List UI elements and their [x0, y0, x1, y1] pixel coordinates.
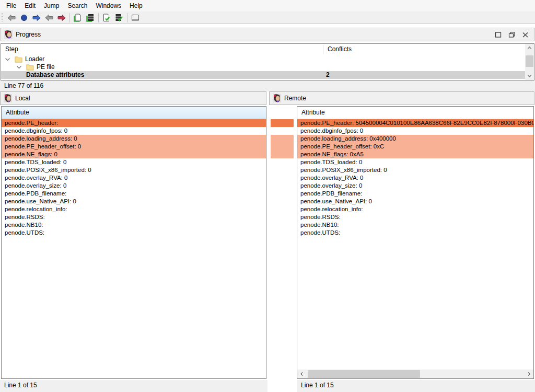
local-pane-title: Local [15, 95, 30, 102]
attribute-row[interactable]: penode.PE_header_offset: 0 [2, 143, 266, 151]
attribute-row[interactable]: penode.PE_header: [2, 119, 266, 127]
attribute-row[interactable]: penode.PDB_filename: [2, 190, 266, 198]
tree-vertical-scrollbar[interactable] [525, 44, 534, 80]
nav-back-button[interactable] [5, 12, 18, 24]
blue-right-arrow-icon [32, 14, 41, 22]
remote-pane-titlebar[interactable]: Remote [269, 91, 534, 105]
menu-edit[interactable]: Edit [20, 0, 40, 11]
diff-gutter [268, 106, 297, 392]
nav-forward-button[interactable] [30, 12, 43, 24]
open-database-list-button[interactable] [84, 12, 97, 24]
attribute-row[interactable]: penode.overlay_RVA: 0 [297, 174, 533, 182]
toolbar-separator [127, 13, 127, 22]
attribute-row[interactable]: penode.PE_header: 504500004C010100E86AA6… [297, 119, 533, 127]
tree-label: PE file [37, 63, 55, 71]
progress-line-status: Line 77 of 116 [4, 82, 43, 89]
red-right-arrow-icon [57, 14, 66, 22]
attribute-row[interactable]: penode.loading_address: 0x400000 [297, 135, 533, 143]
toolbar-drag-handle[interactable] [1, 13, 4, 22]
menu-help[interactable]: Help [125, 0, 147, 11]
scroll-up-arrow-icon[interactable] [525, 44, 534, 52]
remote-attribute-list: Attribute penode.PE_header: 504500004C01… [297, 106, 534, 379]
menu-search[interactable]: Search [63, 0, 91, 11]
tree-header: Step Conflicts [1, 44, 534, 55]
attribute-row[interactable]: penode.NB10: [297, 221, 533, 229]
column-header-step[interactable]: Step [5, 45, 18, 53]
local-column-header-attribute[interactable]: Attribute [2, 107, 266, 119]
scroll-down-arrow-icon[interactable] [525, 72, 534, 80]
attribute-row[interactable]: penode.overlay_size: 0 [297, 182, 533, 190]
progress-window-titlebar[interactable]: Progress [1, 28, 534, 41]
column-separator[interactable] [323, 45, 323, 54]
menu-windows[interactable]: Windows [91, 0, 125, 11]
attribute-row[interactable]: penode.overlay_size: 0 [2, 182, 266, 190]
restore-icon [508, 31, 516, 39]
jump-forward-button[interactable] [55, 12, 68, 24]
green-database-list-icon [86, 14, 95, 22]
local-pane-titlebar[interactable]: Local [0, 91, 266, 105]
blue-circle-icon [20, 14, 28, 22]
jump-back-button[interactable] [43, 12, 55, 24]
remote-status-bar: Line 1 of 15 [297, 380, 535, 392]
chevron-down-icon[interactable] [16, 64, 22, 71]
attribute-row[interactable]: penode.TDS_loaded: 0 [297, 158, 533, 166]
attribute-row[interactable]: penode.RSDS: [2, 213, 266, 221]
open-document-button[interactable] [72, 12, 84, 24]
attribute-row[interactable]: penode.NE_flags: 0xA5 [297, 151, 533, 158]
attribute-row[interactable]: penode.PE_header_offset: 0xC [297, 143, 533, 151]
local-rows: penode.PE_header: penode.dbginfo_fpos: 0… [2, 119, 266, 237]
maximize-button[interactable] [491, 29, 505, 40]
scroll-right-arrow-icon[interactable] [525, 370, 533, 378]
scroll-thumb[interactable] [308, 370, 420, 378]
attribute-row[interactable]: penode.POSIX_x86_imported: 0 [297, 166, 533, 174]
diff-marker-changed [271, 135, 294, 158]
attribute-row[interactable]: penode.PDB_filename: [297, 190, 533, 198]
close-icon [521, 31, 529, 39]
attribute-row[interactable]: penode.RSDS: [297, 213, 533, 221]
restore-button[interactable] [505, 29, 518, 40]
steps-tree-panel: Step Conflicts Loader PE file Database a… [1, 43, 534, 80]
remote-line-status: Line 1 of 15 [301, 382, 334, 389]
attribute-row[interactable]: penode.relocation_info: [297, 205, 533, 213]
attribute-row[interactable]: penode.use_Native_API: 0 [297, 198, 533, 205]
validate-document-button[interactable] [100, 12, 113, 24]
attribute-row[interactable]: penode.UTDS: [2, 229, 266, 237]
menu-jump[interactable]: Jump [40, 0, 63, 11]
tree-row-pe-file[interactable]: PE file [1, 63, 534, 71]
window-button[interactable] [129, 12, 142, 24]
progress-window-title: Progress [16, 31, 41, 38]
attribute-row[interactable]: penode.use_Native_API: 0 [2, 198, 266, 205]
attribute-row[interactable]: penode.NE_flags: 0 [2, 151, 266, 158]
maximize-icon [494, 31, 502, 39]
scroll-thumb[interactable] [526, 55, 533, 67]
nav-stop-button[interactable] [18, 12, 30, 24]
close-button[interactable] [518, 29, 532, 40]
tree-label: Database attributes [26, 71, 84, 79]
attribute-row[interactable]: penode.TDS_loaded: 0 [2, 158, 266, 166]
remote-horizontal-scrollbar[interactable] [297, 370, 533, 378]
tree-row-database-attributes[interactable]: Database attributes 2 [1, 71, 526, 79]
attribute-row[interactable]: penode.loading_address: 0 [2, 135, 266, 143]
database-list-check-icon [115, 14, 123, 22]
scroll-left-arrow-icon[interactable] [297, 370, 306, 378]
validate-database-list-button[interactable] [113, 12, 125, 24]
column-header-conflicts[interactable]: Conflicts [328, 45, 352, 53]
folder-icon [15, 56, 22, 63]
toolbar-separator [69, 13, 70, 22]
gray-left-arrow-icon [7, 14, 16, 22]
chevron-down-icon[interactable] [4, 56, 11, 63]
attribute-row[interactable]: penode.dbginfo_fpos: 0 [2, 127, 266, 135]
attribute-row[interactable]: penode.NB10: [2, 221, 266, 229]
tree-row-loader[interactable]: Loader [1, 55, 534, 63]
attribute-row[interactable]: penode.dbginfo_fpos: 0 [297, 127, 533, 135]
ida-icon [273, 94, 281, 102]
attribute-row[interactable]: penode.UTDS: [297, 229, 533, 237]
window-icon [131, 14, 139, 22]
attribute-row[interactable]: penode.overlay_RVA: 0 [2, 174, 266, 182]
menu-file[interactable]: File [2, 0, 20, 11]
attribute-row[interactable]: penode.relocation_info: [2, 205, 266, 213]
remote-column-header-attribute[interactable]: Attribute [297, 107, 533, 119]
toolbar-separator [98, 13, 99, 22]
attribute-row[interactable]: penode.POSIX_x86_imported: 0 [2, 166, 266, 174]
ida-icon [4, 94, 12, 102]
